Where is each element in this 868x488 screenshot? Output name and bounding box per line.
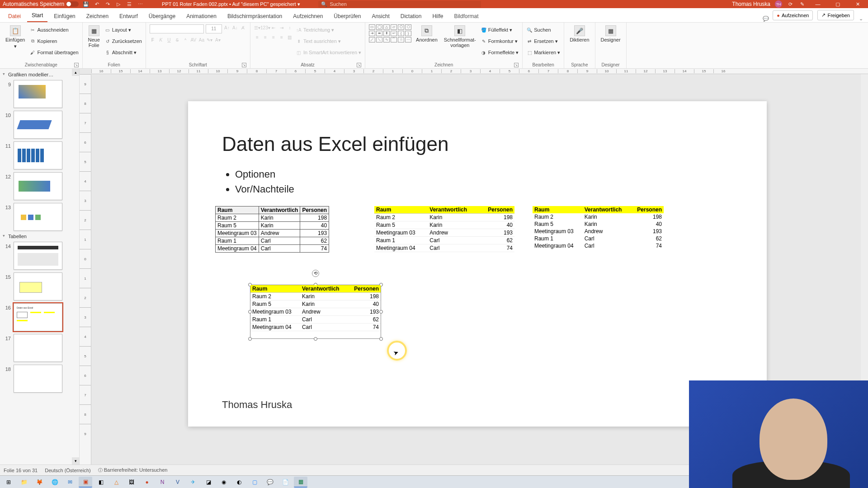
replace-button[interactable]: ⇄Ersetzen ▾ (526, 36, 560, 47)
section-graphics[interactable]: Grafiken modellier… (0, 70, 79, 79)
task-onenote[interactable]: N (156, 477, 169, 488)
task-outlook[interactable]: ✉ (63, 477, 77, 488)
selected-table-object[interactable]: ⟲ RaumVerantwortlichPersonen Raum 2Karin… (250, 285, 381, 339)
slide-bullets[interactable]: Optionen Vor/Nachteile (224, 167, 294, 197)
slide-author[interactable]: Thomas Hruska (222, 399, 292, 411)
accessibility-status[interactable]: ⓘ Barrierefreiheit: Untersuchen (98, 467, 168, 474)
tab-record[interactable]: Aufzeichnen (288, 10, 327, 22)
task-app-4[interactable]: ◐ (232, 477, 246, 488)
tab-review[interactable]: Überprüfen (329, 10, 365, 22)
task-telegram[interactable]: ✈ (186, 477, 200, 488)
task-photos[interactable]: 🖼 (125, 477, 138, 488)
touch-mode-icon[interactable]: ☰ (126, 0, 133, 8)
layout-button[interactable]: ▭Layout ▾ (104, 24, 142, 35)
redo-icon[interactable]: ↷ (104, 0, 111, 8)
select-button[interactable]: ⬚Markieren ▾ (526, 47, 560, 58)
autosave-toggle[interactable]: Automatisches Speichern (3, 1, 79, 7)
reset-button[interactable]: ↺Zurücksetzen (104, 36, 142, 47)
paragraph-launcher[interactable]: ↘ (357, 63, 361, 67)
task-zoom[interactable]: ▢ (248, 477, 261, 488)
task-obs[interactable]: ◉ (217, 477, 231, 488)
quick-styles-button[interactable]: ◧Schnellformat- vorlagen (442, 24, 478, 49)
task-powerpoint[interactable]: ▣ (79, 477, 92, 488)
tab-home[interactable]: Start (27, 9, 47, 22)
section-tables[interactable]: Tabellen (0, 232, 79, 240)
tab-dictation[interactable]: Dictation (396, 10, 426, 22)
dictate-button[interactable]: 🎤Diktieren (568, 24, 591, 43)
drawing-launcher[interactable]: ↘ (514, 63, 519, 67)
shapes-gallery[interactable]: ▭◯△▱⬠⬡ ➔⬌⬍↩{} ／＼∿⌒☆⋯ (369, 24, 411, 42)
tab-draw[interactable]: Zeichnen (82, 10, 113, 22)
task-app-6[interactable]: 📄 (278, 477, 292, 488)
table-yellow-1[interactable]: RaumVerantwortlichPersonen Raum 2Karin19… (374, 206, 514, 252)
task-explorer[interactable]: 📁 (17, 477, 31, 488)
task-vlc[interactable]: △ (109, 477, 123, 488)
clipboard-launcher[interactable]: ↘ (74, 63, 79, 67)
tab-slideshow[interactable]: Bildschirmpräsentation (223, 10, 287, 22)
qat-more-icon[interactable]: ⋯ (137, 0, 144, 8)
paste-button[interactable]: 📋Einfügen▾ (4, 24, 27, 50)
thumb-17[interactable]: 17 (0, 333, 79, 363)
task-app-5[interactable]: 💬 (263, 477, 277, 488)
tab-animations[interactable]: Animationen (182, 10, 221, 22)
font-launcher[interactable]: ↘ (242, 63, 246, 67)
rotate-handle[interactable]: ⟲ (312, 270, 319, 277)
from-beginning-icon[interactable]: ▷ (115, 0, 122, 8)
tab-picture-format[interactable]: Bildformat (449, 10, 483, 22)
thumb-18[interactable]: 18 (0, 363, 79, 394)
thumb-scroll-down[interactable]: ▾ (72, 457, 79, 465)
section-button[interactable]: §Abschnitt ▾ (104, 47, 142, 58)
shape-fill-button[interactable]: 🪣Fülleffekt ▾ (481, 24, 519, 35)
undo-icon[interactable]: ↶ (93, 0, 100, 8)
thumb-10[interactable]: 10 (0, 109, 79, 140)
copy-button[interactable]: ⧉Kopieren (29, 36, 78, 47)
resize-handle[interactable] (379, 337, 383, 341)
table-yellow-2[interactable]: RaumVerantwortlichPersonen Raum 2Karin19… (533, 206, 664, 249)
slide[interactable]: Daten aus Excel einfügen Optionen Vor/Na… (188, 101, 767, 427)
collapse-ribbon-icon[interactable]: ⌄ (857, 15, 864, 22)
task-excel[interactable]: ▦ (294, 477, 307, 488)
table-bordered[interactable]: RaumVerantwortlichPersonen Raum 2Karin19… (215, 206, 329, 253)
thumb-14[interactable]: 14 (0, 240, 79, 271)
arrange-button[interactable]: ⧉Anordnen (414, 24, 439, 43)
thumb-11[interactable]: 11 (0, 140, 79, 171)
format-painter-button[interactable]: 🖌Format übertragen (29, 47, 78, 58)
tab-transitions[interactable]: Übergänge (144, 10, 180, 22)
share-button[interactable]: ↗Freigeben (817, 10, 854, 20)
cut-button[interactable]: ✂Ausschneiden (29, 24, 78, 35)
thumb-13[interactable]: 13 (0, 202, 79, 232)
thumb-12[interactable]: 12 (0, 171, 79, 202)
search-box[interactable]: 🔍 (318, 1, 481, 8)
tab-file[interactable]: Datei (4, 10, 25, 22)
record-button[interactable]: ●Aufzeichnen (773, 10, 813, 20)
language-status[interactable]: Deutsch (Österreich) (45, 468, 90, 473)
shape-outline-button[interactable]: ✎Formkontur ▾ (481, 36, 519, 47)
tab-help[interactable]: Hilfe (428, 10, 448, 22)
task-visio[interactable]: V (171, 477, 184, 488)
sync-icon[interactable]: ⟳ (787, 0, 794, 8)
task-app-3[interactable]: ◪ (202, 477, 215, 488)
new-slide-button[interactable]: ▦Neue Folie (86, 24, 102, 49)
shape-effects-button[interactable]: ◑Formeffekte ▾ (481, 47, 519, 58)
thumb-9[interactable]: 9 (0, 79, 79, 109)
minimize-button[interactable]: — (810, 1, 826, 7)
slide-title[interactable]: Daten aus Excel einfügen (222, 133, 448, 155)
coming-soon-icon[interactable]: ✎ (798, 0, 806, 8)
comments-icon[interactable]: 💬 (762, 15, 769, 22)
task-firefox[interactable]: 🦊 (33, 477, 46, 488)
resize-handle[interactable] (248, 337, 252, 341)
task-app-1[interactable]: ◧ (94, 477, 108, 488)
close-button[interactable]: ✕ (850, 1, 865, 7)
maximize-button[interactable]: ▢ (830, 1, 845, 7)
find-button[interactable]: 🔍Suchen (526, 24, 560, 35)
user-avatar[interactable]: TH (775, 0, 782, 8)
task-app-2[interactable]: ● (140, 477, 154, 488)
table-selected[interactable]: RaumVerantwortlichPersonen Raum 2Karin19… (250, 285, 381, 331)
tab-insert[interactable]: Einfügen (49, 10, 80, 22)
thumb-16[interactable]: 16Daten aus Excel (0, 302, 79, 333)
thumb-15[interactable]: 15 (0, 271, 79, 302)
designer-button[interactable]: ▦Designer (599, 24, 623, 43)
start-button[interactable]: ⊞ (2, 477, 15, 488)
task-chrome[interactable]: 🌐 (48, 477, 61, 488)
slide-thumbnails[interactable]: ▴ Grafiken modellier… 9 10 11 12 13 Tabe… (0, 69, 80, 465)
